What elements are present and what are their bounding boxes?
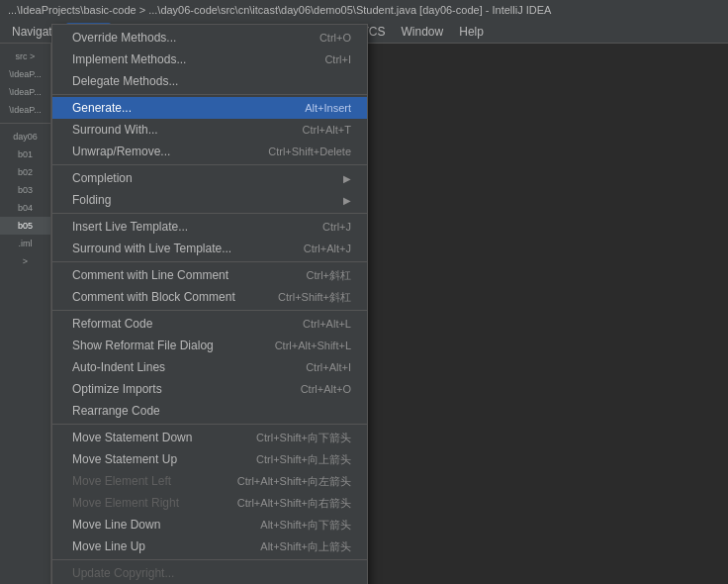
menu-update-copyright: Update Copyright... xyxy=(52,562,367,584)
menu-move-element-left: Move Element Left Ctrl+Alt+Shift+向左箭头 xyxy=(52,470,367,492)
menu-move-statement-up[interactable]: Move Statement Up Ctrl+Shift+向上箭头 xyxy=(52,448,367,470)
menu-completion[interactable]: Completion xyxy=(52,167,367,189)
sidebar-iml[interactable]: .iml xyxy=(0,235,50,252)
menu-move-line-up[interactable]: Move Line Up Alt+Shift+向上箭头 xyxy=(52,535,367,557)
menu-help[interactable]: Help xyxy=(451,23,492,41)
menu-reformat-code[interactable]: Reformat Code Ctrl+Alt+L xyxy=(52,313,367,335)
separator-5 xyxy=(52,310,367,311)
menu-rearrange-code[interactable]: Rearrange Code xyxy=(52,400,367,422)
separator-6 xyxy=(52,424,367,425)
sidebar-b05[interactable]: b05 xyxy=(0,217,50,235)
separator-4 xyxy=(52,261,367,262)
menu-show-reformat-dialog[interactable]: Show Reformat File Dialog Ctrl+Alt+Shift… xyxy=(52,335,367,356)
menu-surround-with[interactable]: Surround With... Ctrl+Alt+T xyxy=(52,119,367,141)
menu-override-methods[interactable]: Override Methods... Ctrl+O xyxy=(52,27,367,49)
menu-folding[interactable]: Folding xyxy=(52,189,367,211)
sidebar-ideap2[interactable]: \IdeaP... xyxy=(0,83,50,101)
menu-comment-line[interactable]: Comment with Line Comment Ctrl+斜杠 xyxy=(52,264,367,286)
separator-7 xyxy=(52,559,367,560)
sidebar-b03[interactable]: b03 xyxy=(0,181,50,199)
sidebar-arrow[interactable]: > xyxy=(0,252,50,270)
menu-insert-live-template[interactable]: Insert Live Template... Ctrl+J xyxy=(52,216,367,238)
title-bar: ...\IdeaProjects\basic-code > ...\day06-… xyxy=(0,0,728,20)
menu-comment-block[interactable]: Comment with Block Comment Ctrl+Shift+斜杠 xyxy=(52,286,367,308)
sidebar-src[interactable]: src > xyxy=(0,48,50,65)
separator-1 xyxy=(52,94,367,95)
separator-3 xyxy=(52,213,367,214)
menu-move-line-down[interactable]: Move Line Down Alt+Shift+向下箭头 xyxy=(52,514,367,535)
sidebar-ideap1[interactable]: \IdeaP... xyxy=(0,65,50,83)
sidebar-b01[interactable]: b01 xyxy=(0,146,50,163)
menu-window[interactable]: Window xyxy=(394,23,452,41)
sidebar: src > \IdeaP... \IdeaP... \IdeaP... day0… xyxy=(0,44,51,584)
menu-surround-live-template[interactable]: Surround with Live Template... Ctrl+Alt+… xyxy=(52,238,367,259)
sidebar-day06[interactable]: day06 xyxy=(0,128,50,146)
separator-2 xyxy=(52,164,367,165)
menu-auto-indent[interactable]: Auto-Indent Lines Ctrl+Alt+I xyxy=(52,356,367,378)
menu-unwrap-remove[interactable]: Unwrap/Remove... Ctrl+Shift+Delete xyxy=(52,141,367,162)
menu-implement-methods[interactable]: Implement Methods... Ctrl+I xyxy=(52,49,367,70)
sidebar-ideap3[interactable]: \IdeaP... xyxy=(0,101,50,119)
menu-move-statement-down[interactable]: Move Statement Down Ctrl+Shift+向下箭头 xyxy=(52,427,367,448)
menu-delegate-methods[interactable]: Delegate Methods... xyxy=(52,70,367,92)
code-dropdown-menu: Override Methods... Ctrl+O Implement Met… xyxy=(51,24,368,584)
sidebar-b02[interactable]: b02 xyxy=(0,163,50,181)
menu-optimize-imports[interactable]: Optimize Imports Ctrl+Alt+O xyxy=(52,378,367,400)
menu-move-element-right: Move Element Right Ctrl+Alt+Shift+向右箭头 xyxy=(52,492,367,514)
main-area: src > \IdeaP... \IdeaP... \IdeaP... day0… xyxy=(0,44,728,584)
menu-generate[interactable]: Generate... Alt+Insert xyxy=(52,97,367,119)
sidebar-b04[interactable]: b04 xyxy=(0,199,50,217)
